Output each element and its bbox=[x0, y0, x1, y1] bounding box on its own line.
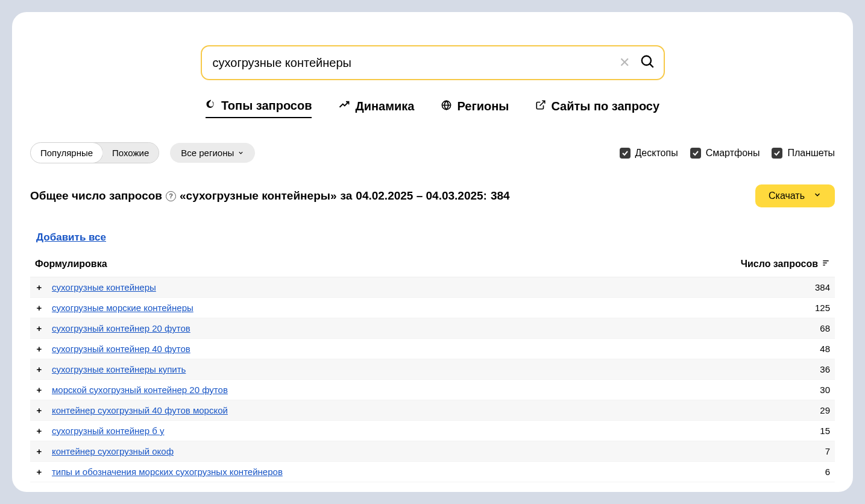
row-count: 48 bbox=[820, 344, 830, 354]
table-row: + типы и обозначения морских сухогрузных… bbox=[30, 462, 835, 482]
table-row: + сухогрузные контейнеры 384 bbox=[30, 277, 835, 298]
table-header: Формулировка Число запросов bbox=[30, 259, 835, 277]
search-box: ✕ bbox=[201, 45, 665, 80]
row-count: 7 bbox=[825, 446, 830, 456]
search-input[interactable] bbox=[213, 56, 613, 70]
svg-rect-4 bbox=[823, 260, 828, 261]
tab-label: Сайты по запросу bbox=[551, 99, 659, 113]
tab-top-queries[interactable]: Топы запросов bbox=[206, 98, 312, 118]
table-row: + сухогрузный контейнер б у 15 bbox=[30, 421, 835, 441]
table-row: + контейнер сухогрузный окоф 7 bbox=[30, 441, 835, 462]
row-phrase-link[interactable]: сухогрузный контейнер 20 футов bbox=[52, 323, 190, 333]
col-count-label: Число запросов bbox=[741, 259, 818, 269]
add-row-button[interactable]: + bbox=[35, 405, 43, 415]
tab-label: Динамика bbox=[355, 99, 414, 113]
tab-sites[interactable]: Сайты по запросу bbox=[535, 98, 659, 118]
left-controls: Популярные Похожие Все регионы bbox=[30, 142, 255, 163]
device-label: Смартфоны bbox=[706, 148, 760, 159]
row-count: 36 bbox=[820, 364, 830, 374]
app-container: ✕ Топы запросов Динамика Регионы bbox=[12, 12, 853, 492]
add-row-button[interactable]: + bbox=[35, 303, 43, 313]
table-row: + сухогрузный контейнер 20 футов 68 bbox=[30, 318, 835, 339]
add-row-button[interactable]: + bbox=[35, 364, 43, 374]
row-phrase-link[interactable]: контейнер сухогрузный 40 футов морской bbox=[52, 405, 228, 415]
clear-icon[interactable]: ✕ bbox=[613, 55, 636, 71]
summary-prefix: Общее число запросов bbox=[30, 189, 162, 203]
region-dropdown[interactable]: Все регионы bbox=[170, 143, 255, 163]
tab-dynamics[interactable]: Динамика bbox=[338, 98, 414, 118]
summary-text: Общее число запросов ? «сухогрузные конт… bbox=[30, 189, 510, 203]
download-button[interactable]: Скачать bbox=[755, 184, 835, 207]
row-count: 29 bbox=[820, 405, 830, 415]
row-phrase-link[interactable]: сухогрузный контейнер б у bbox=[52, 426, 164, 436]
row-phrase-link[interactable]: сухогрузный контейнер 40 футов bbox=[52, 344, 190, 354]
region-label: Все регионы bbox=[181, 148, 234, 158]
row-phrase-link[interactable]: сухогрузные морские контейнеры bbox=[52, 303, 193, 313]
toggle-popular[interactable]: Популярные bbox=[30, 142, 103, 163]
external-icon bbox=[535, 99, 546, 113]
toggle-similar[interactable]: Похожие bbox=[102, 143, 159, 163]
add-row-button[interactable]: + bbox=[35, 344, 43, 354]
controls-row: Популярные Похожие Все регионы Десктопы bbox=[30, 142, 835, 163]
row-count: 68 bbox=[820, 323, 830, 333]
tabs: Топы запросов Динамика Регионы Сайты по … bbox=[30, 98, 835, 118]
add-row-button[interactable]: + bbox=[35, 446, 43, 456]
table-row: + контейнер сухогрузный 40 футов морской… bbox=[30, 400, 835, 421]
summary-total: 384 bbox=[491, 189, 510, 203]
chevron-down-icon bbox=[813, 191, 822, 201]
device-check-desktop[interactable]: Десктопы bbox=[620, 148, 678, 159]
row-phrase-link[interactable]: типы и обозначения морских сухогрузных к… bbox=[52, 467, 283, 477]
summary-row: Общее число запросов ? «сухогрузные конт… bbox=[30, 184, 835, 207]
add-row-button[interactable]: + bbox=[35, 323, 43, 333]
globe-icon bbox=[441, 99, 452, 114]
table-row: + сухогрузный контейнер 40 футов 48 bbox=[30, 339, 835, 359]
results-table: Формулировка Число запросов + сухогрузны… bbox=[30, 259, 835, 482]
checkbox-icon bbox=[690, 148, 701, 159]
svg-point-0 bbox=[641, 56, 650, 65]
tab-regions[interactable]: Регионы bbox=[441, 98, 509, 118]
row-phrase-link[interactable]: контейнер сухогрузный окоф bbox=[52, 446, 174, 456]
row-phrase-link[interactable]: сухогрузные контейнеры bbox=[52, 282, 156, 292]
table-row: + сухогрузные морские контейнеры 125 bbox=[30, 298, 835, 318]
row-phrase-link[interactable]: сухогрузные контейнеры купить bbox=[52, 364, 186, 374]
svg-rect-5 bbox=[823, 262, 826, 263]
svg-rect-6 bbox=[823, 265, 825, 265]
row-count: 30 bbox=[820, 385, 830, 395]
checkbox-icon bbox=[772, 148, 782, 159]
row-count: 6 bbox=[825, 467, 830, 477]
summary-period-prefix: за bbox=[341, 189, 353, 203]
device-label: Планшеты bbox=[787, 148, 835, 159]
add-all-link[interactable]: Добавить все bbox=[36, 232, 106, 244]
device-checks: Десктопы Смартфоны Планшеты bbox=[620, 148, 835, 159]
tab-label: Регионы bbox=[457, 99, 509, 113]
fire-icon bbox=[206, 98, 216, 113]
sort-icon bbox=[822, 259, 830, 269]
row-phrase-link[interactable]: морской сухогрузный контейнер 20 футов bbox=[52, 385, 228, 395]
summary-period: 04.02.2025 – 04.03.2025: bbox=[356, 189, 487, 203]
add-row-button[interactable]: + bbox=[35, 426, 43, 436]
svg-line-1 bbox=[650, 64, 653, 68]
checkbox-icon bbox=[620, 148, 631, 159]
row-count: 15 bbox=[820, 426, 830, 436]
table-body: + сухогрузные контейнеры 384 + сухогрузн… bbox=[30, 277, 835, 482]
summary-query: «сухогрузные контейнеры» bbox=[180, 189, 337, 203]
table-row: + морской сухогрузный контейнер 20 футов… bbox=[30, 380, 835, 400]
help-icon[interactable]: ? bbox=[166, 191, 176, 201]
search-wrap: ✕ bbox=[30, 45, 835, 80]
device-check-smartphone[interactable]: Смартфоны bbox=[690, 148, 760, 159]
col-count[interactable]: Число запросов bbox=[741, 259, 830, 269]
col-phrase: Формулировка bbox=[35, 259, 107, 269]
device-check-tablet[interactable]: Планшеты bbox=[772, 148, 835, 159]
search-icon[interactable] bbox=[636, 54, 655, 72]
toggle-group: Популярные Похожие bbox=[30, 142, 159, 163]
tab-label: Топы запросов bbox=[221, 99, 312, 113]
add-row-button[interactable]: + bbox=[35, 385, 43, 395]
download-label: Скачать bbox=[769, 191, 805, 201]
add-row-button[interactable]: + bbox=[35, 282, 43, 292]
svg-line-3 bbox=[540, 101, 545, 106]
table-row: + сухогрузные контейнеры купить 36 bbox=[30, 359, 835, 380]
chevron-down-icon bbox=[237, 148, 244, 158]
trend-icon bbox=[338, 99, 350, 113]
row-count: 125 bbox=[815, 303, 830, 313]
add-row-button[interactable]: + bbox=[35, 467, 43, 477]
